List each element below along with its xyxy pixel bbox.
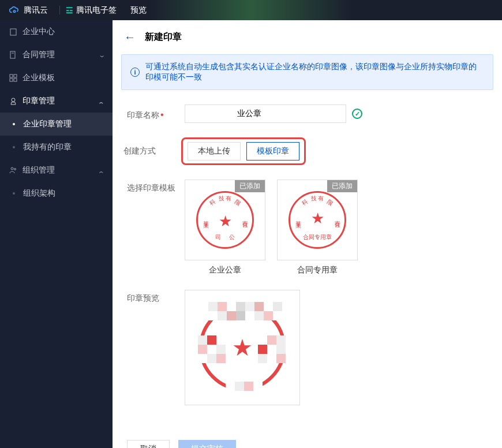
sidebar-item-enterprise-center[interactable]: 企业中心 bbox=[0, 20, 113, 43]
bullet-icon bbox=[13, 123, 15, 125]
row-seal-name: 印章名称• ✓ bbox=[127, 104, 488, 123]
template-card[interactable]: 已添加 科技 有限 某 某责 任 合同专用章 ★ bbox=[277, 180, 358, 260]
users-icon bbox=[9, 166, 18, 175]
added-badge: 已添加 bbox=[235, 180, 265, 192]
sidebar-item-label: 企业中心 bbox=[23, 27, 104, 37]
svg-rect-8 bbox=[10, 79, 13, 81]
added-badge: 已添加 bbox=[327, 180, 357, 192]
sidebar-item-contract-mgmt[interactable]: 合同管理 ⌄ bbox=[0, 43, 113, 66]
chevron-up-icon: ⌄ bbox=[98, 170, 106, 177]
star-icon: ★ bbox=[219, 212, 232, 230]
sidebar-item-seal-mgmt[interactable]: 印章管理 ⌄ bbox=[0, 89, 113, 113]
info-banner: i 可通过系统自动生成包含其实名认证企业名称的印章图像，该印章图像与企业所持实物… bbox=[121, 54, 493, 90]
chevron-up-icon: ⌄ bbox=[98, 101, 106, 107]
app-header: 腾讯云 ☲ 腾讯电子签 预览 bbox=[0, 0, 502, 20]
sidebar-sub-label: 组织架构 bbox=[23, 188, 55, 199]
star-icon: ★ bbox=[311, 210, 324, 227]
sidebar-item-label: 印章管理 bbox=[23, 96, 99, 106]
submit-review-button[interactable]: 提交审核 bbox=[178, 440, 236, 448]
method-template-seal[interactable]: 模板印章 bbox=[246, 142, 299, 160]
row-preview: 印章预览 ★ bbox=[127, 290, 488, 405]
row-select-template: 选择印章模板 已添加 科技 有限 某 某责 任 司 公 ★ bbox=[127, 180, 488, 275]
sidebar-item-label: 合同管理 bbox=[23, 50, 99, 60]
svg-rect-1 bbox=[10, 29, 16, 35]
grid-icon bbox=[9, 73, 18, 83]
svg-rect-9 bbox=[14, 79, 17, 81]
sidebar-sub-label: 我持有的印章 bbox=[23, 142, 72, 152]
seal-preview-box: ★ bbox=[185, 290, 300, 405]
redaction-mosaic bbox=[226, 382, 263, 391]
preview-mode-label[interactable]: 预览 bbox=[130, 5, 147, 16]
stamp-preview-icon: 科技 有限 某 某责 任 合同专用章 ★ bbox=[289, 191, 346, 249]
star-icon: ★ bbox=[232, 334, 253, 361]
cancel-button[interactable]: 取消 bbox=[127, 440, 170, 448]
sidebar-sub-label: 企业印章管理 bbox=[23, 119, 72, 129]
valid-check-icon: ✓ bbox=[352, 109, 362, 119]
svg-rect-6 bbox=[10, 74, 13, 77]
svg-rect-4 bbox=[10, 51, 15, 58]
template-list: 已添加 科技 有限 某 某责 任 司 公 ★ 企业公章 bbox=[185, 180, 358, 275]
label-select-template: 选择印章模板 bbox=[127, 180, 185, 193]
bullet-icon bbox=[13, 192, 15, 195]
method-local-upload[interactable]: 本地上传 bbox=[188, 142, 241, 160]
sidebar-sub-org-structure[interactable]: 组织架构 bbox=[0, 182, 113, 205]
brand-esign: 腾讯电子签 bbox=[76, 5, 117, 16]
template-item-company-seal: 已添加 科技 有限 某 某责 任 司 公 ★ 企业公章 bbox=[185, 180, 265, 275]
back-arrow-icon[interactable]: ← bbox=[124, 31, 136, 44]
building-icon bbox=[9, 27, 18, 36]
sidebar-sub-enterprise-seal[interactable]: 企业印章管理 bbox=[0, 113, 113, 136]
chevron-down-icon: ⌄ bbox=[98, 52, 106, 58]
redaction-mosaic bbox=[258, 335, 286, 363]
svg-point-0 bbox=[13, 10, 15, 12]
seal-icon bbox=[9, 96, 18, 106]
svg-point-10 bbox=[12, 98, 15, 102]
page-title: 新建印章 bbox=[145, 31, 182, 43]
sidebar-item-label: 企业模板 bbox=[23, 73, 104, 83]
template-caption: 合同专用章 bbox=[277, 265, 358, 275]
footer-actions: 取消 提交审核 bbox=[113, 431, 502, 448]
header-divider bbox=[59, 6, 60, 14]
seal-name-input[interactable] bbox=[185, 104, 346, 123]
cloud-logo-icon bbox=[9, 6, 20, 14]
info-icon: i bbox=[130, 68, 140, 77]
page-header: ← 新建印章 bbox=[113, 20, 502, 54]
stamp-preview-icon: 科技 有限 某 某责 任 司 公 ★ bbox=[196, 191, 254, 249]
sidebar: 企业中心 合同管理 ⌄ 企业模板 印章管理 ⌄ 企业印章管理 我持有的印章 组织… bbox=[0, 20, 113, 448]
label-preview: 印章预览 bbox=[127, 290, 185, 304]
label-create-method: 创建方式 bbox=[123, 146, 181, 156]
sidebar-item-enterprise-template[interactable]: 企业模板 bbox=[0, 66, 113, 89]
info-text: 可通过系统自动生成包含其实名认证企业名称的印章图像，该印章图像与企业所持实物印章… bbox=[145, 62, 484, 83]
svg-point-11 bbox=[11, 167, 13, 170]
sidebar-item-org-mgmt[interactable]: 组织管理 ⌄ bbox=[0, 159, 113, 182]
document-icon bbox=[9, 50, 18, 59]
esign-logo-icon: ☲ bbox=[66, 6, 73, 15]
template-caption: 企业公章 bbox=[185, 265, 265, 275]
row-create-method: 创建方式 本地上传 模板印章 bbox=[127, 137, 488, 165]
sidebar-item-label: 组织管理 bbox=[23, 165, 99, 176]
main-panel: ← 新建印章 i 可通过系统自动生成包含其实名认证企业名称的印章图像，该印章图像… bbox=[113, 20, 502, 448]
sidebar-sub-my-seals[interactable]: 我持有的印章 bbox=[0, 136, 113, 159]
redaction-mosaic bbox=[198, 335, 226, 363]
seal-preview-image: ★ bbox=[199, 304, 286, 391]
redaction-mosaic bbox=[208, 302, 283, 320]
bullet-icon bbox=[13, 146, 15, 148]
svg-point-12 bbox=[14, 169, 16, 170]
label-seal-name: 印章名称• bbox=[127, 107, 185, 121]
template-item-contract-seal: 已添加 科技 有限 某 某责 任 合同专用章 ★ 合同专用章 bbox=[277, 180, 358, 275]
template-card[interactable]: 已添加 科技 有限 某 某责 任 司 公 ★ bbox=[185, 180, 265, 260]
method-segment-group-highlight: 本地上传 模板印章 bbox=[181, 137, 306, 165]
svg-rect-7 bbox=[14, 74, 17, 77]
brand-tencent-cloud: 腾讯云 bbox=[24, 5, 48, 16]
